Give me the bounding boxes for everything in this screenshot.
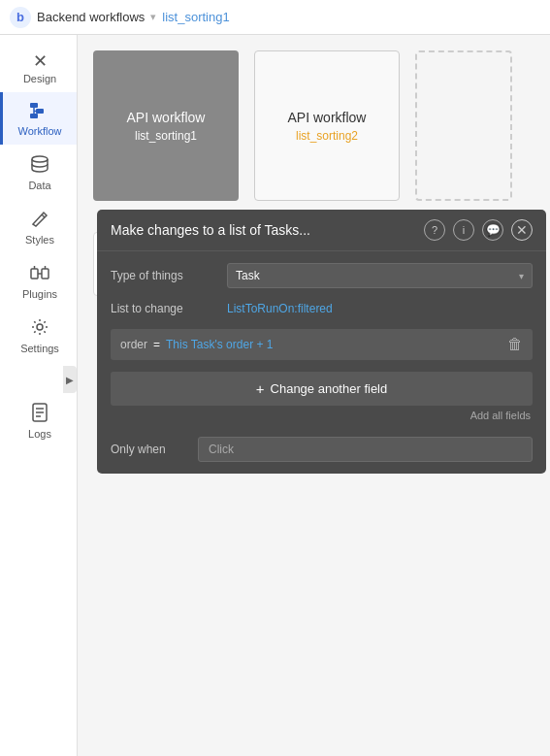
type-of-things-value: Task xyxy=(236,269,260,282)
list-to-change-value[interactable]: ListToRunOn:filtered xyxy=(227,302,333,315)
modal-info-btn[interactable]: i xyxy=(453,219,474,241)
sidebar-item-settings-label: Settings xyxy=(20,343,59,354)
sidebar-item-plugins[interactable]: Plugins xyxy=(0,253,77,308)
workflow-cards-row: API workflow list_sorting1 API workflow … xyxy=(93,50,534,201)
modal-title: Make changes to a list of Tasks... xyxy=(111,222,416,238)
workflow-card-2-type: API workflow xyxy=(288,110,367,125)
sidebar-item-data-label: Data xyxy=(28,180,50,191)
sidebar-item-design[interactable]: ✕ Design xyxy=(0,43,77,92)
modal-overlay: Make changes to a list of Tasks... ? i 💬… xyxy=(97,210,546,474)
order-value[interactable]: This Task's order + 1 xyxy=(166,338,501,351)
modal-close-btn[interactable]: ✕ xyxy=(511,219,533,241)
design-icon: ✕ xyxy=(33,52,48,70)
change-another-field-button[interactable]: + Change another field xyxy=(111,372,533,406)
list-to-change-label: List to change xyxy=(111,302,217,315)
workflow-card-2-name: list_sorting2 xyxy=(296,129,358,143)
styles-icon xyxy=(30,209,49,231)
workflow-card-1-name: list_sorting1 xyxy=(135,129,197,143)
add-all-fields-link[interactable]: Add all fields xyxy=(111,410,533,421)
modal-help-btn[interactable]: ? xyxy=(424,219,445,241)
sidebar-item-settings[interactable]: Settings xyxy=(0,308,77,362)
workflow-card-1-type: API workflow xyxy=(127,110,206,125)
svg-rect-0 xyxy=(30,103,38,108)
list-to-change-row: List to change ListToRunOn:filtered xyxy=(111,302,533,315)
content-area: API workflow list_sorting1 API workflow … xyxy=(78,35,550,756)
topbar-app-title: Backend workflows xyxy=(37,10,145,24)
modal-body: Type of things Task ▾ List to change Lis… xyxy=(97,251,546,474)
plugins-icon xyxy=(29,263,50,285)
logs-icon xyxy=(31,403,49,425)
type-of-things-label: Type of things xyxy=(111,269,217,282)
sidebar-item-styles[interactable]: Styles xyxy=(0,199,77,253)
type-of-things-select[interactable]: Task ▾ xyxy=(227,263,533,288)
sidebar-collapse-arrow[interactable]: ▶ xyxy=(63,366,77,393)
sidebar-item-logs-label: Logs xyxy=(28,428,51,440)
workflow-icon xyxy=(29,102,50,122)
topbar: b Backend workflows ▾ list_sorting1 xyxy=(0,0,550,35)
sidebar-item-plugins-label: Plugins xyxy=(22,288,57,300)
main-layout: ✕ Design Workflow xyxy=(0,35,550,756)
type-select-arrow-icon: ▾ xyxy=(519,271,524,281)
svg-rect-8 xyxy=(42,269,49,279)
type-of-things-row: Type of things Task ▾ xyxy=(111,263,533,288)
only-when-row: Only when Click xyxy=(111,433,533,462)
topbar-workflow-name: list_sorting1 xyxy=(162,10,229,24)
svg-point-5 xyxy=(32,156,48,162)
modal-header: Make changes to a list of Tasks... ? i 💬… xyxy=(97,210,546,251)
settings-icon xyxy=(30,317,49,340)
order-delete-btn[interactable]: 🗑 xyxy=(507,336,523,353)
only-when-value[interactable]: Click xyxy=(198,437,533,462)
workflow-card-2[interactable]: API workflow list_sorting2 xyxy=(254,50,400,201)
svg-point-12 xyxy=(37,324,43,330)
order-row: order = This Task's order + 1 🗑 xyxy=(111,329,533,360)
topbar-dropdown-arrow[interactable]: ▾ xyxy=(150,11,156,23)
order-equals: = xyxy=(153,338,160,351)
workflow-card-1[interactable]: API workflow list_sorting1 xyxy=(93,50,239,201)
change-another-field-label: Change another field xyxy=(271,381,388,396)
svg-rect-7 xyxy=(31,269,38,279)
sidebar: ✕ Design Workflow xyxy=(0,35,78,756)
sidebar-item-logs[interactable]: Logs xyxy=(0,393,77,447)
data-icon xyxy=(29,154,50,177)
order-field-name: order xyxy=(120,338,147,351)
sidebar-item-data[interactable]: Data xyxy=(0,145,77,199)
change-field-plus-icon: + xyxy=(256,380,265,397)
new-workflow-placeholder xyxy=(415,50,512,201)
sidebar-item-styles-label: Styles xyxy=(25,234,54,246)
only-when-label: Only when xyxy=(111,443,188,456)
app-logo: b xyxy=(10,7,31,28)
svg-line-6 xyxy=(42,214,45,217)
sidebar-item-workflow[interactable]: Workflow xyxy=(0,92,77,145)
sidebar-item-design-label: Design xyxy=(23,73,56,84)
sidebar-item-workflow-label: Workflow xyxy=(17,125,61,137)
modal-comment-btn[interactable]: 💬 xyxy=(482,219,503,241)
